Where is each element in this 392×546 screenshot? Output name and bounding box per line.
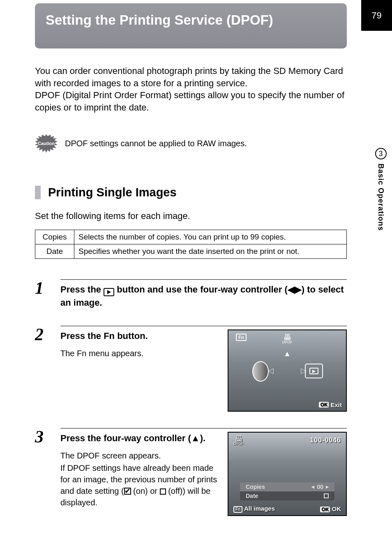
- fn-label-icon: Fn: [104, 331, 115, 341]
- copies-value: 00: [317, 484, 323, 490]
- chapter-number-badge: 3: [375, 148, 387, 159]
- text: button and use the four-way controller (: [114, 284, 288, 295]
- dpof-label: DPOF: [233, 442, 244, 446]
- step-3-desc-a: The DPOF screen appears.: [60, 450, 219, 461]
- all-images-hint: FnAll images: [233, 505, 275, 513]
- rotate-icon: [252, 361, 269, 382]
- table-desc: Specifies whether you want the date inse…: [74, 244, 347, 258]
- step-1-title: Press the button and use the four-way co…: [60, 283, 347, 309]
- step-2-desc: The Fn menu appears.: [60, 348, 219, 359]
- checkbox-on-icon: [124, 488, 131, 495]
- section-heading-bar: Printing Single Images: [35, 186, 347, 199]
- table-desc: Selects the number of copies. You can pr…: [74, 230, 347, 244]
- copies-label: Copies: [246, 484, 265, 490]
- chapter-label: Basic Operations: [376, 164, 385, 231]
- page-number: 79: [361, 0, 392, 31]
- dpof-settings-screenshot: 🖶 DPOF 100-0046 Copies ◀ 00 ▶ Date: [228, 432, 347, 516]
- text: Press the: [60, 331, 104, 341]
- arrow-right-icon: ▶: [326, 485, 329, 489]
- slideshow-icon: [305, 364, 323, 378]
- dpof-icon: 🖶 DPOF: [282, 334, 292, 344]
- text: Press the: [60, 284, 104, 295]
- dpof-icon: 🖶 DPOF: [233, 436, 244, 446]
- arrow-right-icon: ▶: [295, 284, 302, 295]
- step-number: 1: [35, 279, 51, 309]
- step-number: 3: [35, 428, 51, 516]
- page-title: Setting the Printing Service (DPOF): [46, 12, 336, 28]
- fn-menu-screenshot: Fn 🖶 DPOF ▲ ◁ ▷ OK Exit: [228, 329, 347, 412]
- title-banner: Setting the Printing Service (DPOF): [35, 3, 347, 48]
- section-heading: Printing Single Images: [48, 186, 347, 199]
- intro-paragraph: You can order conventional photograph pr…: [35, 65, 347, 114]
- arrow-left-icon: ◁: [268, 366, 274, 375]
- table-row: Copies Selects the number of copies. You…: [35, 230, 347, 244]
- arrow-left-icon: ◀: [311, 485, 314, 489]
- table-row: Date Specifies whether you want the date…: [35, 244, 347, 258]
- printer-icon: 🖶: [233, 436, 244, 442]
- date-label: Date: [246, 493, 258, 499]
- table-label: Date: [35, 244, 74, 258]
- step-3: 3 Press the four-way controller (▲). The…: [35, 428, 347, 516]
- playback-icon: [104, 288, 114, 296]
- settings-table: Copies Selects the number of copies. You…: [35, 230, 347, 259]
- text: button.: [115, 331, 148, 341]
- copies-value-stepper: ◀ 00 ▶: [311, 484, 329, 490]
- step-1: 1 Press the button and use the four-way …: [35, 279, 347, 309]
- checkbox-off-icon: [160, 488, 166, 495]
- dpof-label: DPOF: [282, 340, 292, 344]
- date-checkbox-icon: [324, 493, 329, 498]
- file-number: 100-0046: [310, 437, 341, 444]
- all-images-label: All images: [244, 505, 275, 512]
- ok-hint: OK OK: [320, 505, 341, 512]
- fn-badge-icon: Fn: [233, 506, 242, 513]
- set-items-line: Set the following items for each image.: [35, 211, 347, 221]
- text: (on) or: [131, 486, 160, 495]
- fn-badge-icon: Fn: [236, 334, 247, 341]
- caution-icon: Caution: [35, 134, 58, 153]
- caution-text: DPOF settings cannot be applied to RAW i…: [65, 139, 247, 148]
- table-label: Copies: [35, 230, 74, 244]
- ok-label: OK: [332, 505, 341, 512]
- step-3-desc-b: If DPOF settings have already been made …: [60, 462, 219, 508]
- step-2-title: Press the Fn button.: [60, 329, 219, 343]
- step-number: 2: [35, 326, 51, 412]
- screen-footer-hints: FnAll images OK OK: [233, 505, 341, 513]
- exit-label: Exit: [330, 401, 342, 408]
- ok-badge-icon: OK: [319, 402, 329, 408]
- exit-hint: OK Exit: [319, 401, 342, 408]
- step-3-title: Press the four-way controller (▲).: [60, 432, 219, 445]
- chapter-side-tab: 3 Basic Operations: [369, 148, 392, 263]
- caution-row: Caution DPOF settings cannot be applied …: [35, 134, 347, 153]
- arrow-left-icon: ◀: [288, 284, 295, 295]
- printer-icon: 🖶: [282, 334, 292, 340]
- dpof-settings-panel: Copies ◀ 00 ▶ Date: [240, 482, 334, 500]
- arrow-up-icon: ▲: [284, 350, 291, 358]
- date-row: Date: [240, 491, 334, 500]
- ok-badge-icon: OK: [320, 507, 330, 512]
- copies-row: Copies ◀ 00 ▶: [240, 482, 334, 491]
- four-way-controller-icon: ▲ ◁ ▷: [261, 361, 314, 382]
- step-2: 2 Press the Fn button. The Fn menu appea…: [35, 326, 347, 412]
